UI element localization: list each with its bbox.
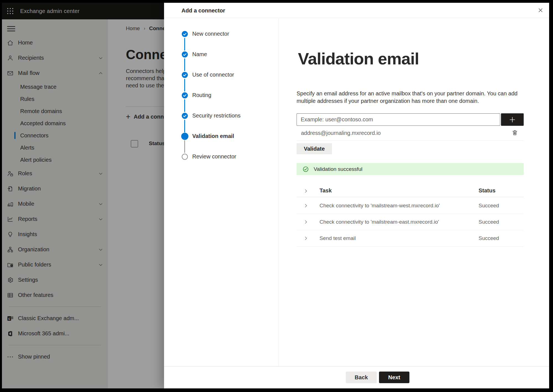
footer-divider	[164, 366, 549, 367]
step-check-icon	[182, 113, 188, 119]
next-button[interactable]: Next	[379, 372, 409, 383]
status-column-header: Status	[479, 187, 495, 194]
step-connector-line	[184, 120, 185, 132]
task-column-header: Task	[320, 187, 332, 194]
add-connector-panel: Add a connector New connectorNameUse of …	[164, 3, 549, 388]
table-row-divider	[297, 246, 524, 247]
close-icon[interactable]	[536, 5, 546, 15]
back-button[interactable]: Back	[346, 372, 377, 383]
step-connector-line	[184, 79, 185, 92]
expand-all-chevron-icon[interactable]	[303, 189, 308, 194]
banner-text: Validation successful	[314, 166, 362, 172]
validation-success-banner: Validation successful	[297, 163, 524, 175]
step-check-icon	[182, 92, 188, 98]
validate-button[interactable]: Validate	[297, 143, 332, 154]
step-label: Security restrictions	[192, 113, 241, 119]
table-row-divider	[297, 230, 524, 230]
step-label: New connector	[192, 31, 229, 37]
step-check-icon	[182, 31, 188, 37]
expand-row-chevron-icon[interactable]	[303, 236, 308, 241]
step-label: Validation email	[192, 133, 234, 139]
step-current-dot	[181, 133, 188, 140]
delete-address-icon[interactable]	[511, 129, 519, 137]
email-address-input[interactable]	[297, 113, 500, 126]
step-connector-line	[184, 58, 185, 71]
step-empty-circle	[182, 154, 188, 160]
step-connector-line	[184, 38, 185, 51]
step-check-icon	[182, 51, 188, 58]
page-title: Validation email	[298, 49, 419, 68]
exchange-admin-app: Exchange admin center HomeRecipientsMail…	[2, 3, 549, 388]
step-check-icon	[182, 72, 188, 78]
expand-row-chevron-icon[interactable]	[303, 203, 308, 208]
step-label: Use of connector	[192, 72, 234, 78]
table-row-divider	[297, 214, 524, 214]
validation-description: Specify an email address for an active m…	[297, 90, 518, 105]
status-cell: Succeed	[479, 219, 499, 225]
step-label: Name	[192, 51, 207, 58]
step-connector-line	[184, 99, 185, 112]
task-cell: Check connectivity to 'mailstream-east.m…	[320, 219, 439, 225]
task-cell: Check connectivity to 'mailstream-west.m…	[320, 203, 440, 209]
expand-row-chevron-icon[interactable]	[303, 219, 308, 224]
wizard-divider	[279, 18, 279, 366]
status-cell: Succeed	[479, 235, 499, 241]
step-label: Review connector	[192, 153, 236, 160]
add-address-button[interactable]	[501, 113, 524, 126]
step-connector-line	[184, 140, 185, 153]
success-check-icon	[303, 166, 309, 172]
status-cell: Succeed	[479, 203, 499, 209]
step-label: Routing	[192, 92, 211, 98]
table-header-divider	[297, 197, 524, 197]
address-value: address@journaling.mxrecord.io	[301, 130, 381, 136]
address-row: address@journaling.mxrecord.io	[301, 130, 524, 138]
task-cell: Send test email	[320, 235, 356, 241]
address-divider	[297, 140, 524, 141]
wizard-steps: New connectorNameUse of connectorRouting…	[164, 3, 279, 196]
